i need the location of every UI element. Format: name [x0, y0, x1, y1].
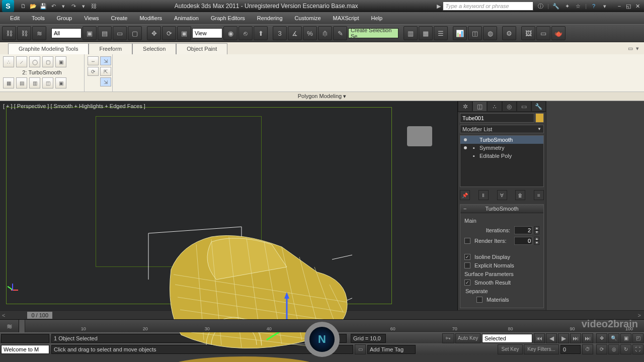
- star1-icon[interactable]: ✦: [563, 2, 571, 10]
- redo-dd-icon[interactable]: ▾: [79, 2, 88, 10]
- edit-named-sel-icon[interactable]: ✎: [333, 26, 347, 40]
- stack-item-editpoly[interactable]: ▪ Editable Poly: [460, 152, 543, 160]
- slider-right-icon[interactable]: >: [635, 312, 644, 318]
- timetag-icon[interactable]: ▭: [355, 344, 366, 354]
- make-unique-icon[interactable]: ∀: [497, 190, 507, 200]
- schematic-icon[interactable]: ◫: [468, 26, 482, 40]
- scale-icon[interactable]: ▣: [177, 26, 191, 40]
- time-slider-handle[interactable]: 0 / 100: [27, 312, 52, 319]
- iterations-spinner[interactable]: ▲▼: [534, 226, 539, 234]
- redo-icon[interactable]: ↷: [69, 2, 77, 10]
- viewport[interactable]: [ + ] [ Perspective ] [ Smooth + Highlig…: [0, 101, 458, 310]
- manip-icon[interactable]: ⎋: [238, 26, 253, 40]
- mini-curve-icon[interactable]: ≋: [0, 320, 19, 332]
- select-name-icon[interactable]: ▭: [113, 26, 127, 40]
- subobj-elem-icon[interactable]: ▣: [55, 56, 66, 67]
- rollout-title[interactable]: TurboSmooth: [485, 206, 518, 212]
- bind-btn-icon[interactable]: ≋: [32, 26, 46, 40]
- search-go-icon[interactable]: ▶: [435, 2, 443, 10]
- prev-frame-icon[interactable]: ◀: [546, 333, 557, 343]
- cp-tab-motion-icon[interactable]: ◎: [502, 101, 517, 112]
- modifier-list-dropdown[interactable]: Modifier List: [460, 125, 544, 133]
- nav-pan-icon[interactable]: ✥: [596, 333, 607, 343]
- align-icon[interactable]: ▦: [419, 26, 433, 40]
- setkey-button[interactable]: Set Key: [498, 344, 523, 354]
- subobj-edge-icon[interactable]: ⟋: [16, 56, 27, 67]
- render-iter-icon[interactable]: 🫖: [551, 26, 566, 40]
- stack-item-symmetry[interactable]: ▪ Symmetry: [460, 144, 543, 152]
- angle-snap-icon[interactable]: ∡: [288, 26, 302, 40]
- nav-orbit-icon[interactable]: ⟳: [596, 344, 607, 354]
- rfb-icon[interactable]: 🖼: [521, 26, 535, 40]
- menu-rendering[interactable]: Rendering: [251, 12, 289, 24]
- cp-tab-create-icon[interactable]: ✲: [458, 101, 472, 112]
- menu-create[interactable]: Create: [105, 12, 133, 24]
- restore-icon[interactable]: ◱: [624, 2, 633, 10]
- subobj-border-icon[interactable]: ◯: [29, 56, 40, 67]
- cp-tab-utilities-icon[interactable]: 🔧: [531, 101, 546, 112]
- nav-zoom-ext-icon[interactable]: ▣: [620, 333, 631, 343]
- render-iters-spinner[interactable]: ▲▼: [534, 237, 539, 245]
- viewcube-icon[interactable]: [407, 126, 432, 146]
- modifier-stack[interactable]: TurboSmooth ▪ Symmetry ▪ Editable Poly: [460, 135, 544, 187]
- render-iters-checkbox[interactable]: [464, 238, 470, 244]
- nav-fov-icon[interactable]: ◰: [632, 333, 643, 343]
- mat-ed-icon[interactable]: ◍: [483, 26, 497, 40]
- rb-rot-icon[interactable]: ⟳: [88, 67, 99, 76]
- time-config-icon[interactable]: ⏱: [582, 344, 593, 354]
- materials-checkbox[interactable]: [476, 297, 482, 303]
- nav-zoom-icon[interactable]: 🔍: [608, 333, 619, 343]
- goto-start-icon[interactable]: ⏮: [534, 333, 545, 343]
- script-prompt[interactable]: Welcome to M: [1, 345, 49, 354]
- ribbon-tab-objectpaint[interactable]: Object Paint: [176, 43, 227, 54]
- eye-icon[interactable]: [462, 145, 468, 151]
- rb-tl5-icon[interactable]: ▣: [55, 77, 66, 88]
- named-selection-input[interactable]: Create Selection Se: [348, 28, 398, 38]
- nav-roll-icon[interactable]: ↻: [620, 344, 631, 354]
- rb-tl3-icon[interactable]: ▥: [29, 77, 40, 88]
- search-input[interactable]: Type a keyword or phrase: [443, 2, 533, 11]
- refcoord-dropdown[interactable]: View: [192, 28, 222, 38]
- slider-left-icon[interactable]: <: [0, 312, 7, 318]
- show-result-icon[interactable]: Ⅱ: [478, 190, 489, 200]
- menu-views[interactable]: Views: [78, 12, 105, 24]
- cp-tab-hierarchy-icon[interactable]: ⛬: [487, 101, 502, 112]
- menu-group[interactable]: Group: [51, 12, 78, 24]
- pivot-icon[interactable]: ◉: [223, 26, 237, 40]
- cp-tab-modify-icon[interactable]: ◫: [472, 101, 487, 112]
- ribbon-tab-selection[interactable]: Selection: [132, 43, 176, 54]
- cross-select-icon[interactable]: ▣: [83, 26, 97, 40]
- kbd-icon[interactable]: ⬆: [254, 26, 268, 40]
- configure-icon[interactable]: ≡: [534, 190, 544, 200]
- rb-tl1-icon[interactable]: ▦: [3, 77, 14, 88]
- smooth-result-checkbox[interactable]: ✓: [464, 280, 470, 286]
- next-frame-icon[interactable]: ⏭: [570, 333, 581, 343]
- move-icon[interactable]: ✥: [147, 26, 161, 40]
- select-icon[interactable]: ▤: [98, 26, 112, 40]
- menu-animation[interactable]: Animation: [168, 12, 205, 24]
- minimize-icon[interactable]: −: [615, 2, 624, 10]
- link-btn-icon[interactable]: ⛓: [2, 26, 16, 40]
- object-color-swatch[interactable]: [535, 113, 544, 123]
- render-prod-icon[interactable]: ▭: [536, 26, 550, 40]
- menu-tools[interactable]: Tools: [26, 12, 51, 24]
- rb-move-icon[interactable]: ↔: [88, 56, 99, 65]
- track-grip-icon[interactable]: [19, 320, 25, 332]
- expand-icon[interactable]: ▪: [471, 153, 476, 159]
- ribbon-tab-freeform[interactable]: Freeform: [89, 43, 132, 54]
- info-icon[interactable]: ⓘ: [536, 2, 544, 10]
- menu-help[interactable]: Help: [365, 12, 389, 24]
- eye-icon[interactable]: [462, 137, 468, 143]
- app-icon[interactable]: S: [2, 0, 14, 12]
- layers-icon[interactable]: ☰: [434, 26, 448, 40]
- expand-icon[interactable]: ▪: [471, 145, 476, 151]
- keyfilters-button[interactable]: Key Filters...: [524, 344, 559, 354]
- key-icon[interactable]: 🔧: [552, 2, 560, 10]
- isoline-checkbox[interactable]: ✓: [464, 254, 470, 260]
- goto-end-icon[interactable]: ⏭: [582, 333, 593, 343]
- help-dd-icon[interactable]: ▾: [601, 2, 609, 10]
- subobj-vertex-icon[interactable]: ∴: [3, 56, 14, 67]
- menu-grapheditors[interactable]: Graph Editors: [205, 12, 251, 24]
- rotate-icon[interactable]: ⟳: [162, 26, 176, 40]
- spinner-snap-icon[interactable]: ⫛: [318, 26, 332, 40]
